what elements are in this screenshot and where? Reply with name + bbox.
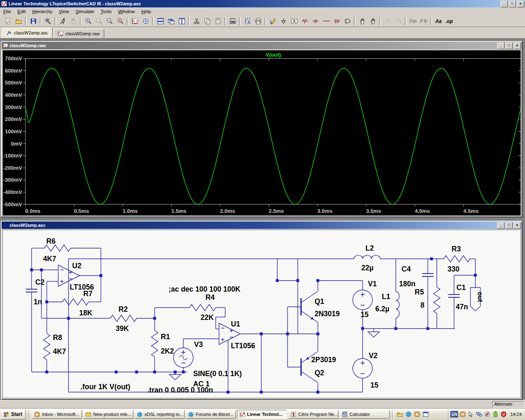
plot-settings-button[interactable]	[141, 16, 151, 26]
cut-button[interactable]	[192, 16, 202, 26]
schematic-window-titlebar[interactable]: classW2amp.asc _ □ ×	[2, 221, 522, 229]
tray-pointer-icon[interactable]	[468, 411, 475, 418]
transistor-model-Q1[interactable]: 2N3019	[315, 310, 340, 318]
autorange-y-axis-button[interactable]	[130, 16, 140, 26]
menu-tools[interactable]: Tools	[97, 8, 115, 15]
tray-shield-icon[interactable]	[500, 411, 507, 418]
app-maximize-button[interactable]: □	[509, 1, 516, 7]
vsource-label-V2[interactable]: V2	[369, 352, 378, 360]
place-label-button[interactable]	[289, 16, 299, 26]
waveform-plot-area[interactable]: 700mV600mV500mV400mV300mV200mV100mV0mV-1…	[2, 50, 521, 216]
place-diode-button[interactable]	[332, 16, 342, 26]
resistor-value-R6[interactable]: 4K7	[43, 255, 56, 263]
tile-horizontally-button[interactable]	[155, 16, 166, 26]
print-preview-button[interactable]	[242, 16, 253, 26]
opamp-model-U1[interactable]: LT1056	[231, 342, 255, 350]
schematic-maximize-button[interactable]: □	[505, 222, 513, 229]
copy-button[interactable]	[202, 16, 212, 26]
ground-symbol[interactable]	[368, 332, 379, 337]
inductor-value-L2[interactable]: 22µ	[361, 264, 374, 272]
vsource-label-V1[interactable]: V1	[368, 280, 377, 288]
app-close-button[interactable]: ×	[517, 1, 524, 7]
capacitor-value-C4[interactable]: 180n	[399, 280, 415, 288]
tray-network-icon[interactable]	[476, 411, 483, 418]
waveform-minimize-button[interactable]: _	[497, 43, 504, 49]
waveform-close-button[interactable]: ×	[514, 43, 521, 49]
resistor-value-R1[interactable]: 2K2	[161, 347, 174, 355]
start-button[interactable]: Start	[1, 409, 26, 420]
transistor-label-Q1[interactable]: Q1	[315, 297, 324, 306]
place-text-button[interactable]: Aa	[434, 16, 444, 26]
menu-file[interactable]: File	[0, 8, 14, 15]
vsource-value-V1[interactable]: 15	[361, 310, 369, 319]
resistor-R5[interactable]	[434, 287, 440, 313]
resistor-R1[interactable]	[151, 331, 158, 357]
task-citrix-program-ne-[interactable]: Citrix Program Ne...	[288, 410, 338, 419]
quicklaunch-ie-icon[interactable]	[404, 410, 413, 419]
task-xdsl-reporting-to-[interactable]: xDSL reporting to...	[135, 410, 185, 419]
transistor-model-Q2[interactable]: 2P3019	[311, 356, 336, 364]
resistor-value-R5[interactable]: 8	[420, 301, 425, 309]
new-schematic-button[interactable]	[3, 16, 13, 26]
schematic-minimize-button[interactable]: _	[497, 222, 504, 229]
menu-help[interactable]: Help	[138, 8, 155, 15]
resistor-R3[interactable]	[444, 256, 470, 262]
ground-symbol[interactable]	[169, 374, 181, 380]
resistor-value-R3[interactable]: 330	[447, 265, 459, 273]
spice-directive-text[interactable]: SINE(0 0.1 1K)	[193, 370, 242, 378]
task-calculator[interactable]: Calculator	[340, 410, 390, 419]
inductor-label-L2[interactable]: L2	[365, 244, 374, 252]
move-button[interactable]	[357, 16, 368, 26]
resistor-label-R6[interactable]: R6	[46, 237, 56, 245]
task-inbox-microsoft-[interactable]: Inbox - Microsoft...	[32, 410, 82, 419]
find-button[interactable]	[228, 16, 238, 26]
tab-classW2amp.asc[interactable]: classW2amp.asc	[2, 27, 52, 38]
clock[interactable]: 14:24	[509, 412, 524, 417]
drag-button[interactable]	[368, 16, 378, 26]
vsource-label-V3[interactable]: V3	[194, 340, 203, 349]
inductor-label-L1[interactable]: L1	[382, 292, 390, 301]
schematic-canvas[interactable]: R64K7R718KR239KR422KR3330R84K7R12K2R58C2…	[2, 230, 521, 398]
tray-outlook-icon[interactable]	[459, 411, 466, 418]
place-ground-button[interactable]	[278, 16, 289, 26]
transistor-label-Q2[interactable]: Q2	[315, 369, 324, 377]
print-button[interactable]	[253, 16, 263, 26]
quicklaunch-window-icon[interactable]	[421, 410, 430, 419]
menu-window[interactable]: Window	[115, 8, 138, 15]
save-button[interactable]	[28, 16, 39, 26]
resistor-R6[interactable]	[44, 245, 71, 251]
menu-edit[interactable]: Edit	[14, 8, 29, 15]
resistor-R4[interactable]	[189, 304, 216, 311]
resistor-R8[interactable]	[43, 333, 50, 360]
place-inductor-button[interactable]	[321, 16, 331, 26]
capacitor-label-C2[interactable]: C2	[35, 278, 45, 286]
menu-simulate[interactable]: Simulate	[72, 8, 97, 15]
capacitor-label-C1[interactable]: C1	[457, 283, 466, 292]
quicklaunch-outlook-icon[interactable]	[413, 410, 421, 419]
place-resistor-button[interactable]	[300, 16, 310, 26]
draw-wire-button[interactable]	[268, 16, 278, 26]
resistor-R2[interactable]	[110, 315, 137, 322]
place-capacitor-button[interactable]	[310, 16, 321, 26]
sine-symbol-V3[interactable]	[180, 356, 187, 360]
zoom-in-button[interactable]	[83, 16, 94, 26]
task-forums-de-abcel-[interactable]: Forums de Abcel...	[186, 410, 236, 419]
schematic-close-button[interactable]: ×	[514, 222, 521, 229]
capacitor-value-C1[interactable]: 47n	[456, 303, 468, 311]
resistor-label-R4[interactable]: R4	[205, 293, 215, 301]
cascade-windows-button[interactable]	[166, 16, 176, 26]
inductor-L2[interactable]	[354, 255, 380, 259]
resistor-label-R5[interactable]: R5	[415, 288, 424, 296]
vsource-value-V2[interactable]: 15	[370, 381, 379, 389]
tile-vertically-button[interactable]	[177, 16, 187, 26]
inductor-value-L1[interactable]: 6.2µ	[375, 305, 389, 313]
resistor-label-R3[interactable]: R3	[452, 245, 461, 253]
opamp-model-U2[interactable]: LT1056	[70, 283, 94, 291]
resistor-label-R8[interactable]: R8	[53, 333, 62, 342]
zoom-full-extents-button[interactable]	[115, 16, 126, 26]
trace-legend[interactable]: V(out)	[265, 52, 281, 58]
menu-hierarchy[interactable]: Hierarchy	[29, 8, 55, 15]
run-simulation-button[interactable]	[58, 16, 68, 26]
app-minimize-button[interactable]: _	[500, 1, 508, 7]
capacitor-value-C2[interactable]: 1n	[34, 298, 42, 306]
